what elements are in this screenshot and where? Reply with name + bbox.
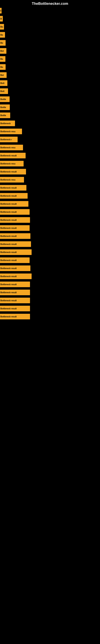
bar-row-1: B — [0, 7, 100, 15]
bar-text-11: Bott — [0, 90, 4, 92]
bar-text-12: Bottle — [0, 98, 6, 100]
bar-row-8: Bo — [0, 63, 100, 71]
bar-text-21: Bottleneck result — [0, 171, 17, 173]
bar-label-35: Bottleneck result — [0, 282, 30, 287]
bar-label-28: Bottleneck result — [0, 225, 30, 231]
bar-label-23: Bottleneck result — [0, 185, 26, 190]
bar-row-4: Bo — [0, 31, 100, 39]
bar-label-5: Bo — [0, 40, 6, 46]
bar-label-11: Bott — [0, 88, 8, 94]
bar-text-10: Bott — [0, 82, 4, 84]
bar-label-32: Bottleneck result — [0, 258, 30, 263]
bar-label-34: Bottleneck result — [0, 274, 32, 279]
bar-text-26: Bottleneck result — [0, 211, 17, 213]
bar-text-34: Bottleneck result — [0, 275, 17, 278]
bar-row-29: Bottleneck result — [0, 232, 100, 240]
bar-text-20: Bottleneck resu — [0, 162, 15, 165]
bar-text-1: B — [0, 10, 1, 12]
bar-row-33: Bottleneck result — [0, 264, 100, 272]
bar-text-2: B — [0, 18, 2, 20]
bar-label-38: Bottleneck result — [0, 306, 30, 311]
bar-text-27: Bottleneck result — [0, 219, 17, 221]
bar-label-8: Bo — [0, 64, 6, 70]
bar-text-28: Bottleneck result — [0, 227, 17, 229]
bar-label-2: B — [0, 16, 3, 22]
bar-text-31: Bottleneck result — [0, 251, 17, 253]
bar-label-19: Bottleneck result — [0, 153, 26, 158]
bar-label-31: Bottleneck result — [0, 249, 32, 255]
bar-label-1: B — [0, 8, 1, 14]
bar-label-17: Bottleneck r — [0, 137, 18, 142]
bar-label-14: Bottle — [0, 112, 10, 118]
bar-row-26: Bottleneck result — [0, 208, 100, 216]
bar-label-4: Bo — [0, 32, 5, 38]
bar-row-10: Bott — [0, 79, 100, 87]
bar-text-7: Bo — [0, 58, 3, 60]
bar-label-27: Bottleneck result — [0, 217, 30, 223]
bar-row-14: Bottle — [0, 111, 100, 119]
bar-text-23: Bottleneck result — [0, 187, 17, 189]
bar-text-8: Bo — [0, 66, 3, 68]
bar-text-19: Bottleneck result — [0, 154, 17, 157]
bar-row-25: Bottleneck result — [0, 200, 100, 208]
bar-label-3: Bo — [0, 24, 4, 30]
bar-label-26: Bottleneck result — [0, 209, 30, 215]
bar-label-10: Bott — [0, 80, 7, 86]
bar-row-24: Bottleneck result — [0, 192, 100, 200]
bar-row-32: Bottleneck result — [0, 256, 100, 264]
bar-label-16: Bottleneck resu — [0, 128, 22, 134]
bar-label-12: Bottle — [0, 96, 10, 102]
bar-label-25: Bottleneck result — [0, 201, 28, 207]
bar-row-15: Bottleneck — [0, 119, 100, 128]
bar-row-18: Bottleneck resu — [0, 144, 100, 152]
bar-label-21: Bottleneck result — [0, 169, 26, 174]
bar-row-38: Bottleneck result — [0, 304, 100, 312]
bar-text-6: Bot — [0, 50, 4, 52]
bar-row-7: Bo — [0, 55, 100, 63]
bar-row-34: Bottleneck result — [0, 272, 100, 280]
bar-text-15: Bottleneck — [0, 122, 11, 124]
bar-text-38: Bottleneck result — [0, 308, 17, 310]
bar-row-3: Bo — [0, 23, 100, 31]
bar-row-5: Bo — [0, 39, 100, 47]
bar-row-30: Bottleneck result — [0, 240, 100, 248]
bar-label-39: Bottleneck result — [0, 314, 30, 320]
bar-row-21: Bottleneck result — [0, 168, 100, 176]
bar-text-17: Bottleneck r — [0, 138, 12, 141]
bar-row-35: Bottleneck result — [0, 280, 100, 288]
bar-row-17: Bottleneck r — [0, 136, 100, 144]
bar-row-16: Bottleneck resu — [0, 128, 100, 136]
bar-label-7: Bo — [0, 56, 5, 62]
bar-row-19: Bottleneck result — [0, 152, 100, 160]
bar-row-12: Bottle — [0, 95, 100, 103]
bar-row-2: B — [0, 15, 100, 23]
bar-text-36: Bottleneck result — [0, 292, 17, 294]
bar-row-13: Bottle — [0, 103, 100, 111]
bar-row-23: Bottleneck result — [0, 184, 100, 192]
bar-text-35: Bottleneck result — [0, 283, 17, 286]
bar-text-25: Bottleneck result — [0, 203, 17, 205]
bar-row-39: Bottleneck result — [0, 312, 100, 320]
bar-text-3: Bo — [0, 26, 3, 28]
bar-label-22: Bottleneck resu — [0, 177, 24, 182]
bar-label-24: Bottleneck result — [0, 193, 28, 199]
bar-label-33: Bottleneck result — [0, 266, 30, 271]
bar-text-33: Bottleneck result — [0, 267, 17, 270]
bar-text-14: Bottle — [0, 114, 6, 116]
bar-row-22: Bottleneck resu — [0, 176, 100, 184]
bar-text-13: Bottle — [0, 106, 6, 108]
bar-label-13: Bottle — [0, 104, 10, 110]
bar-label-30: Bottleneck result — [0, 241, 31, 247]
bar-label-18: Bottleneck resu — [0, 145, 23, 150]
site-title: TheBottlenecker.com — [0, 0, 100, 7]
bar-text-30: Bottleneck result — [0, 243, 17, 245]
bar-label-20: Bottleneck resu — [0, 161, 24, 166]
bar-text-9: Bot — [0, 74, 4, 76]
bar-row-27: Bottleneck result — [0, 216, 100, 224]
bar-label-37: Bottleneck result — [0, 298, 30, 303]
bar-text-16: Bottleneck resu — [0, 130, 15, 132]
bar-text-24: Bottleneck result — [0, 195, 17, 197]
bar-text-18: Bottleneck resu — [0, 146, 15, 149]
bar-text-5: Bo — [0, 42, 3, 44]
bar-label-6: Bot — [0, 48, 6, 54]
